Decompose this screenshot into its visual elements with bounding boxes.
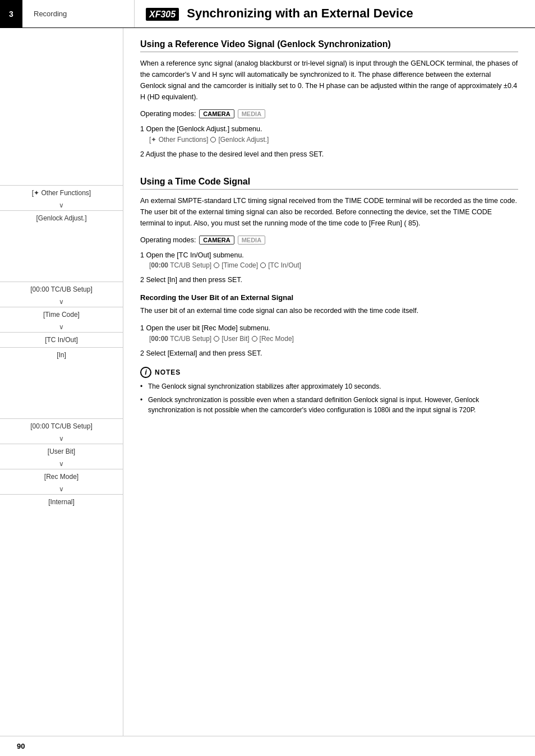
sidebar-item-time-code: [Time Code] [0,307,123,322]
userbit-body: The user bit of an external time code si… [140,305,518,316]
circle-icon-3 [260,262,266,268]
notes-label: NOTES [155,368,181,376]
sidebar-item-internal: [Internal] [0,494,123,509]
sidebar-item-in: [In] [0,347,123,362]
genlock-path-other: [✦ Other Functions] [149,135,208,145]
timecode-body: An external SMPTE-standard LTC timing si… [140,195,518,229]
sidebar-item-user-bit: [User Bit] [0,444,123,459]
userbit-step1: 1 Open the user bit [Rec Mode] submenu. … [140,323,518,344]
userbit-steps: 1 Open the user bit [Rec Mode] submenu. … [140,323,518,359]
genlock-modes-label: Operating modes: [140,110,196,118]
sidebar-item-tcub-setup-2: [00:00 TC/UB Setup] [0,418,123,434]
genlock-camera-badge: CAMERA [199,109,234,118]
genlock-media-badge: MEDIA [238,109,265,118]
userbit-step2: 2 Select [External] and then press SET. [140,348,518,359]
notes-header: i NOTES [140,367,518,378]
genlock-section: Using a Reference Video Signal (Genlock … [140,39,518,160]
sidebar-section-timecode: [00:00 TC/UB Setup] ∨ [Time Code] ∨ [TC … [0,282,123,362]
genlock-path-adjust: [Genlock Adjust.] [218,135,269,145]
sidebar: [✦ Other Functions] ∨ [Genlock Adjust.] … [0,28,123,736]
sidebar-item-tcub-setup-1: [00:00 TC/UB Setup] [0,282,123,297]
recording-label: Recording [22,0,135,27]
notes-icon: i [140,367,151,378]
userbit-path-tcub: [00:00 TC/UB Setup] [149,334,211,344]
footer-page-number: 90 [17,742,25,750]
timecode-step1-text: 1 Open the [TC In/Out] submenu. [140,251,244,259]
note-item-2: Genlock synchronization is possible even… [140,395,518,415]
content-area: Using a Reference Video Signal (Genlock … [123,28,535,736]
circle-icon-2 [214,262,219,268]
timecode-step2-text: 2 Select [In] and then press SET. [140,276,242,284]
timecode-path-timecode: [Time Code] [222,260,258,270]
userbit-step1-path: [00:00 TC/UB Setup] [User Bit] [Rec Mode… [149,334,518,344]
sidebar-item-tc-inout: [TC In/Out] [0,332,123,347]
sidebar-arrow-6: ∨ [0,484,123,494]
timecode-media-badge: MEDIA [238,236,265,245]
timecode-operating-modes: Operating modes: CAMERA MEDIA [140,236,518,245]
userbit-step1-text: 1 Open the user bit [Rec Mode] submenu. [140,324,270,332]
genlock-body: When a reference sync signal (analog bla… [140,58,518,103]
main-content: [✦ Other Functions] ∨ [Genlock Adjust.] … [0,28,535,736]
page-number: 3 [0,0,22,27]
genlock-step1: 1 Open the [Genlock Adjust.] submenu. [✦… [140,124,518,145]
genlock-steps: 1 Open the [Genlock Adjust.] submenu. [✦… [140,124,518,160]
timecode-modes-label: Operating modes: [140,236,196,244]
timecode-title: Using a Time Code Signal [140,177,518,190]
userbit-path-recmode: [Rec Mode] [260,334,294,344]
page: 3 Recording XF305 Synchronizing with an … [0,0,535,756]
circle-icon-1 [210,137,216,142]
userbit-path-userbit: [User Bit] [222,334,249,344]
sidebar-section-genlock: [✦ Other Functions] ∨ [Genlock Adjust.] [0,185,123,225]
page-footer: 90 [0,736,535,756]
sidebar-item-other-functions: [✦ Other Functions] [0,185,123,200]
notes-section: i NOTES The Genlock signal synchronizati… [140,367,518,415]
genlock-title: Using a Reference Video Signal (Genlock … [140,39,518,52]
timecode-path-tcub: [00:00 TC/UB Setup] [149,260,211,270]
sidebar-arrow-5: ∨ [0,459,123,469]
timecode-section: Using a Time Code Signal An external SMP… [140,177,518,415]
timecode-step1: 1 Open the [TC In/Out] submenu. [00:00 T… [140,250,518,271]
sidebar-arrow-2: ∨ [0,297,123,307]
timecode-steps: 1 Open the [TC In/Out] submenu. [00:00 T… [140,250,518,286]
sidebar-arrow-3: ∨ [0,322,123,332]
circle-icon-4 [214,336,219,342]
page-header: 3 Recording XF305 Synchronizing with an … [0,0,535,28]
sidebar-arrow-1: ∨ [0,200,123,210]
genlock-operating-modes: Operating modes: CAMERA MEDIA [140,109,518,118]
timecode-path-tcinout: [TC In/Out] [268,260,301,270]
timecode-camera-badge: CAMERA [199,236,234,245]
userbit-step2-text: 2 Select [External] and then press SET. [140,349,262,357]
xf305-badge: XF305 [146,8,179,21]
genlock-step1-text: 1 Open the [Genlock Adjust.] submenu. [140,125,262,133]
sidebar-arrow-4: ∨ [0,434,123,444]
timecode-step2: 2 Select [In] and then press SET. [140,275,518,285]
sidebar-section-userbit: [00:00 TC/UB Setup] ∨ [User Bit] ∨ [Rec … [0,418,123,509]
sidebar-item-genlock-adjust: [Genlock Adjust.] [0,210,123,225]
genlock-step2-text: 2 Adjust the phase to the desired level … [140,150,324,158]
genlock-step2: 2 Adjust the phase to the desired level … [140,149,518,160]
circle-icon-5 [252,336,257,342]
timecode-step1-path: [00:00 TC/UB Setup] [Time Code] [TC In/O… [149,260,518,270]
genlock-step1-path: [✦ Other Functions] [Genlock Adjust.] [149,135,518,145]
userbit-subtitle: Recording the User Bit of an External Si… [140,293,518,302]
note-item-1: The Genlock signal synchronization stabi… [140,381,518,391]
title-text: Synchronizing with an External Device [183,6,413,20]
header-title: XF305 Synchronizing with an External Dev… [135,0,535,27]
sidebar-item-rec-mode: [Rec Mode] [0,469,123,484]
notes-list: The Genlock signal synchronization stabi… [140,381,518,415]
